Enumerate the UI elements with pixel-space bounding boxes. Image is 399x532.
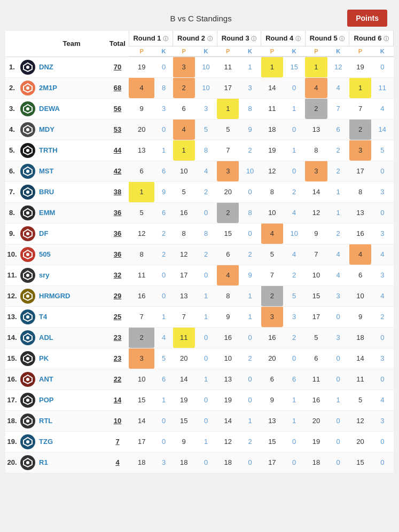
r4-k-header: K (283, 46, 305, 57)
r3-p-cell: 18 (217, 452, 239, 473)
r2-k-cell: 0 (195, 348, 217, 369)
total-cell: 22 (106, 369, 129, 390)
r3-p-cell: 10 (217, 348, 239, 369)
r2-p-cell: 1 (173, 140, 195, 161)
logo-cell (19, 161, 37, 181)
rank-cell: 7. (5, 181, 19, 202)
team-logo (20, 226, 35, 241)
total-cell: 38 (106, 181, 129, 202)
r3-k-cell: 0 (239, 223, 261, 244)
rank-cell: 20. (5, 452, 19, 473)
r6-p-cell: 16 (349, 223, 371, 244)
r5-p-cell: 6 (305, 348, 327, 369)
r2-k-cell: 1 (195, 285, 217, 306)
r3-k-header: K (239, 46, 261, 57)
points-button[interactable]: Points (347, 10, 387, 27)
table-row: 3. DEWA 56 9 3 6 3 1 8 11 1 (5, 98, 394, 119)
rank-cell: 11. (5, 265, 19, 285)
r3-k-cell: 9 (239, 119, 261, 140)
r1-p-cell: 13 (129, 140, 154, 161)
r4-k-cell: 0 (283, 77, 305, 98)
team-logo-icon (22, 353, 34, 364)
r1-k-cell: 6 (154, 161, 173, 181)
r5-p-cell: 14 (305, 181, 327, 202)
table-row: 18. RTL 10 14 0 15 0 14 1 13 1 (5, 410, 394, 431)
r4-k-cell: 15 (283, 57, 305, 77)
svg-point-39 (26, 461, 29, 464)
r1-p-cell: 9 (129, 98, 154, 119)
team-name-cell: EMM (37, 202, 106, 223)
round6-info-icon[interactable]: ⓘ (384, 36, 389, 42)
total-cell: 4 (106, 452, 129, 473)
r6-p-cell: 17 (349, 161, 371, 181)
r2-p-cell: 16 (173, 202, 195, 223)
table-row: 11. sry 32 11 0 17 0 4 9 7 2 (5, 265, 394, 285)
r2-k-cell: 8 (195, 140, 217, 161)
r3-k-cell: 0 (239, 390, 261, 410)
r2-k-cell: 10 (195, 57, 217, 77)
round1-info-icon[interactable]: ⓘ (163, 36, 168, 42)
r3-k-cell: 2 (239, 431, 261, 452)
r5-p-header: P (305, 46, 327, 57)
r3-p-cell: 19 (217, 390, 239, 410)
r4-k-cell: 6 (283, 369, 305, 390)
r4-p-cell: 10 (261, 202, 283, 223)
team-logo (20, 309, 35, 324)
r4-k-cell: 1 (283, 390, 305, 410)
logo-cell (19, 57, 37, 77)
rank-cell: 16. (5, 369, 19, 390)
logo-cell (19, 306, 37, 327)
svg-point-15 (26, 211, 29, 215)
r4-k-cell: 0 (283, 348, 305, 369)
table-row: 1. DNZ 70 19 0 3 10 11 1 1 15 (5, 57, 394, 77)
team-logo (20, 164, 35, 179)
team-name-cell: R1 (37, 452, 106, 473)
r1-k-cell: 0 (154, 57, 173, 77)
team-name-cell: HRMGRD (37, 285, 106, 306)
logo-cell (19, 223, 37, 244)
r1-k-cell: 2 (154, 244, 173, 265)
team-logo (20, 101, 35, 116)
round2-info-icon[interactable]: ⓘ (207, 36, 213, 42)
rank-cell: 17. (5, 390, 19, 410)
r4-p-cell: 9 (261, 390, 283, 410)
team-logo-icon (22, 61, 34, 73)
svg-point-35 (26, 419, 29, 423)
r3-p-cell: 6 (217, 244, 239, 265)
r3-k-cell: 0 (239, 369, 261, 390)
r5-p-cell: 10 (305, 265, 327, 285)
r4-k-cell: 2 (283, 181, 305, 202)
total-cell: 10 (106, 410, 129, 431)
round1-header: Round 1 ⓘ (129, 31, 173, 46)
r3-p-cell: 15 (217, 223, 239, 244)
table-row: 13. T4 25 7 1 7 1 9 1 3 3 (5, 306, 394, 327)
r2-p-cell: 15 (173, 410, 195, 431)
rank-cell: 13. (5, 306, 19, 327)
r2-k-cell: 2 (195, 181, 217, 202)
r2-k-cell: 0 (195, 410, 217, 431)
round4-info-icon[interactable]: ⓘ (295, 36, 301, 42)
r1-k-cell: 3 (154, 98, 173, 119)
team-logo-icon (22, 249, 34, 260)
round5-info-icon[interactable]: ⓘ (339, 36, 345, 42)
total-cell: 14 (106, 390, 129, 410)
r3-p-cell: 8 (217, 285, 239, 306)
total-cell: 29 (106, 285, 129, 306)
r1-k-cell: 2 (154, 223, 173, 244)
total-col-header: Total (106, 31, 129, 57)
r3-k-cell: 2 (239, 140, 261, 161)
r6-k-cell: 0 (371, 431, 393, 452)
r5-p-cell: 2 (305, 98, 327, 119)
table-row: 5. TRTH 44 13 1 1 8 7 2 19 1 (5, 140, 394, 161)
team-name-cell: MST (37, 161, 106, 181)
r5-k-cell: 12 (327, 57, 349, 77)
team-logo (20, 289, 35, 304)
r2-p-cell: 17 (173, 265, 195, 285)
r5-p-cell: 13 (305, 119, 327, 140)
r2-p-cell: 20 (173, 348, 195, 369)
page-container: B vs C Standings Points Team Total Round… (5, 5, 394, 473)
svg-point-5 (26, 107, 29, 110)
round3-info-icon[interactable]: ⓘ (251, 36, 256, 42)
r4-p-cell: 1 (261, 57, 283, 77)
r2-k-cell: 5 (195, 119, 217, 140)
